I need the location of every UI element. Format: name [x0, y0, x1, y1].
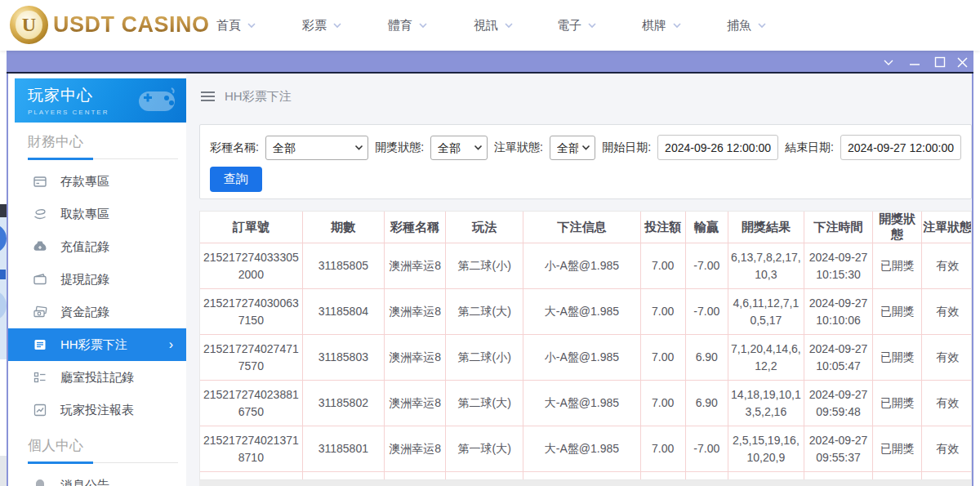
table-header-row: 訂單號 期數 彩種名稱 玩法 下注信息 投注額 輸贏 開獎結果 下注時間 開獎狀… [200, 212, 972, 243]
breadcrumb: HH彩票下注 [186, 75, 972, 118]
sidebar-item-room-bet-record[interactable]: 廳室投註記錄 [8, 361, 186, 394]
player-center-window: 玩家中心 PLAYERS CENTER 財務中心 [7, 51, 973, 486]
cell-draw-status: 已開獎 [873, 335, 922, 381]
cell-draw-result: 4,6,11,12,7,10,5,17 [728, 289, 804, 335]
window-minimize-button[interactable] [908, 56, 921, 69]
site-logo[interactable]: U USDT CASINO [10, 6, 210, 44]
sidebar-item-withdraw[interactable]: 取款專區 [8, 198, 186, 230]
horizontal-scrollbar[interactable] [199, 480, 972, 486]
order-status-select[interactable]: 全部 [550, 136, 595, 160]
sidebar-item-label: 提現記錄 [60, 272, 109, 288]
cell-bet-amount: 7.00 [640, 381, 685, 426]
cell-lottery-name: 澳洲幸运8 [384, 289, 445, 335]
sidebar-item-label: 消息公告 [60, 478, 109, 486]
sidebar-item-announcements[interactable]: 消息公告 [8, 469, 186, 486]
cell-bet-time: 2024-09-27 10:10:06 [804, 289, 873, 335]
main-content: HH彩票下注 彩種名稱: 全部 開獎狀態: 全部 注單狀態: [186, 75, 972, 486]
section-divider [28, 461, 186, 464]
logo-text: USDT CASINO [53, 12, 210, 38]
close-icon [957, 57, 968, 68]
nav-item-label: 棋牌 [642, 18, 666, 33]
chevron-down-icon [247, 22, 256, 29]
nav-item-lottery[interactable]: 彩票 [302, 0, 342, 51]
cell-draw-status: 已開獎 [873, 243, 922, 289]
nav-item-cards[interactable]: 棋牌 [642, 0, 682, 51]
sidebar-item-label: 廳室投註記錄 [60, 370, 134, 386]
chevron-down-icon [757, 22, 767, 29]
header-draw-status: 開獎狀態 [873, 212, 922, 243]
sidebar-item-withdrawal-record[interactable]: 提現記錄 [8, 263, 186, 296]
sidebar-item-lottery-bets[interactable]: HH彩票下注 › [8, 328, 186, 361]
draw-status-select[interactable]: 全部 [430, 136, 488, 160]
table-row: 2152172740300637150 31185804 澳洲幸运8 第二球(大… [200, 289, 972, 335]
nav-item-home[interactable]: 首頁 [216, 0, 256, 51]
sidebar-menu-personal: 消息公告 [8, 469, 186, 486]
cell-draw-result: 2,5,15,19,16,10,20,9 [728, 426, 804, 472]
end-date-input[interactable] [840, 135, 961, 160]
background-fragment [0, 224, 7, 253]
cell-bet-time: 2024-09-27 09:59:48 [804, 381, 873, 426]
cell-bet-time: 2024-09-27 10:05:47 [804, 335, 873, 381]
cell-bet-info: 小-A盤@1.985 [523, 243, 640, 289]
logo-ball-icon: U [10, 6, 48, 44]
chevron-down-icon [587, 22, 597, 29]
nav-item-label: 捕魚 [727, 18, 751, 33]
bets-table-wrap: 訂單號 期數 彩種名稱 玩法 下注信息 投注額 輸贏 開獎結果 下注時間 開獎狀… [199, 211, 972, 480]
cell-bet-time: 2024-09-27 09:55:37 [804, 426, 873, 472]
draw-status-label: 開獎狀態: [375, 140, 424, 155]
cell-lottery-name: 澳洲幸运8 [384, 335, 445, 381]
cell-empty [685, 472, 728, 481]
minimize-icon [909, 59, 920, 66]
cell-bet-amount: 7.00 [640, 289, 685, 335]
nav-item-slots[interactable]: 電子 [557, 0, 597, 51]
sidebar-item-deposit[interactable]: 存款專區 [8, 165, 186, 198]
cell-empty [384, 472, 445, 481]
cell-bet-info: 大-A盤@1.985 [523, 426, 640, 472]
cell-lottery-name: 澳洲幸运8 [384, 381, 445, 426]
cell-draw-status: 已開獎 [873, 289, 922, 335]
cell-period: 31185801 [302, 426, 384, 472]
cell-order-no: 2152172740333052000 [200, 243, 302, 289]
table-row: 2152172740238816750 31185802 澳洲幸运8 第二球(大… [200, 381, 972, 426]
cell-order-status: 有效 [922, 243, 972, 289]
cell-empty [523, 472, 640, 481]
start-date-input[interactable] [657, 135, 778, 160]
menu-toggle-icon[interactable] [201, 91, 215, 101]
cell-empty [302, 472, 384, 481]
header-win-loss: 輸贏 [685, 212, 728, 243]
sidebar-menu: 存款專區 取款專區 充值記錄 [8, 165, 186, 426]
search-button[interactable]: 查詢 [210, 167, 262, 192]
nav-item-fishing[interactable]: 捕魚 [727, 0, 767, 51]
cell-order-no: 2152172740238816750 [200, 381, 302, 426]
table-row: 2152172740213718710 31185801 澳洲幸运8 第一球(大… [200, 426, 972, 472]
table-row: 2152172740274717570 31185803 澳洲幸运8 第二球(小… [200, 335, 972, 381]
sidebar-header: 玩家中心 PLAYERS CENTER [15, 78, 186, 123]
nav-item-live[interactable]: 視訊 [474, 0, 514, 51]
nav-item-label: 首頁 [216, 18, 241, 33]
window-maximize-button[interactable] [933, 56, 947, 69]
cell-play-type: 第二球(小) [446, 243, 523, 289]
table-row-partial [200, 472, 972, 481]
nav-item-sports[interactable]: 體育 [388, 0, 428, 51]
sidebar-item-player-bet-report[interactable]: 玩家投注報表 [8, 394, 186, 426]
lottery-name-select[interactable]: 全部 [265, 136, 368, 160]
sidebar-item-recharge-record[interactable]: 充值記錄 [8, 230, 186, 263]
cell-play-type: 第二球(小) [446, 335, 523, 381]
sidebar-item-label: 存款專區 [60, 174, 109, 189]
cell-win-loss: -7.00 [685, 243, 728, 289]
window-collapse-button[interactable] [882, 56, 895, 69]
wallet-icon [33, 272, 47, 287]
cell-order-status: 有效 [922, 381, 972, 426]
sidebar-item-funds-record[interactable]: 資金記錄 [8, 296, 186, 328]
bets-table: 訂單號 期數 彩種名稱 玩法 下注信息 投注額 輸贏 開獎結果 下注時間 開獎狀… [200, 212, 972, 480]
background-fragment [0, 204, 7, 217]
cell-empty [640, 472, 685, 481]
header-order-status: 注單狀態 [922, 212, 972, 243]
background-fragment [0, 456, 7, 486]
window-close-button[interactable] [956, 56, 969, 69]
cell-bet-amount: 7.00 [640, 243, 685, 289]
section-divider [28, 158, 186, 160]
window-titlebar[interactable] [7, 51, 973, 74]
cell-lottery-name: 澳洲幸运8 [384, 426, 445, 472]
hand-money-icon [33, 207, 47, 221]
